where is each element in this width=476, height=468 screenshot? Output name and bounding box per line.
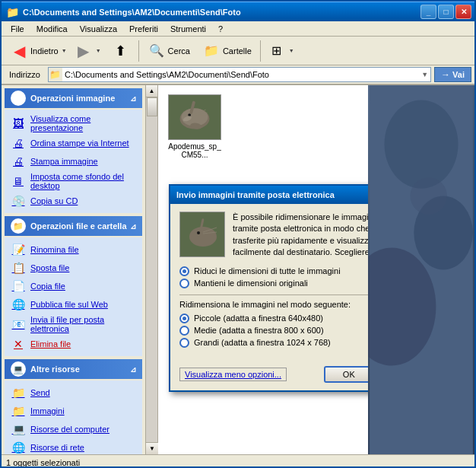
scroll-track: [146, 97, 157, 442]
task-item-slideshow[interactable]: 🖼 Visualizza come presentazione: [5, 113, 142, 134]
close-button[interactable]: ✕: [455, 5, 471, 19]
task-item-desktop[interactable]: 🖥 Imposta come sfondo del desktop: [5, 170, 142, 192]
back-icon: ◀: [10, 42, 28, 60]
svg-point-11: [385, 100, 459, 188]
size3-label: Grandi (adatta a finestra 1024 x 768): [194, 338, 331, 347]
scroll-thumb[interactable]: [147, 97, 157, 116]
dialog-title: Invio immagini tramite posta elettronica: [176, 190, 335, 199]
address-bar: Indirizzo 📁 ▼ → Vai: [2, 65, 474, 85]
option1-label: Riduci le dimensioni di tutte le immagin…: [194, 266, 341, 275]
address-folder-icon: 📁: [49, 68, 62, 81]
section-file-title: Operazioni file e cartella: [30, 221, 127, 231]
task-item-print-internet[interactable]: 🖨 Ordina stampe via Internet: [5, 134, 142, 152]
file-item-mouse[interactable]: Apodemus_sp_CM55...: [164, 91, 225, 162]
task-item-copy[interactable]: 📄 Copia file: [5, 277, 142, 295]
back-label: Indietro: [30, 46, 59, 56]
copy-icon: 📄: [11, 279, 26, 294]
left-panel: 🖼 Operazioni immagine ⊿ 🖼 Visualizza com…: [2, 85, 146, 454]
forward-dropdown-arrow[interactable]: ▼: [96, 48, 101, 53]
task-item-send-folder[interactable]: 📁 Send: [5, 384, 142, 402]
task-item-images-folder[interactable]: 📁 Immagini: [5, 402, 142, 420]
task-section-resources: 💻 Altre risorse ⊿ 📁 Send 📁 Immagini: [5, 359, 142, 454]
collapse-icon-images: ⊿: [130, 94, 136, 103]
search-button[interactable]: 🔍 Cerca: [142, 40, 195, 62]
search-label: Cerca: [168, 46, 190, 56]
task-section-images-header[interactable]: 🖼 Operazioni immagine ⊿: [5, 88, 142, 108]
network-icon: 🌐: [11, 440, 26, 454]
radio-size-circle-2[interactable]: [179, 326, 189, 336]
menu-file[interactable]: File: [5, 23, 30, 35]
svg-point-16: [189, 227, 217, 247]
task-section-file: 📁 Operazioni file e cartella ⊿ 📝 Rinomin…: [5, 216, 142, 356]
separator-2: [260, 40, 261, 62]
show-options-button[interactable]: Visualizza meno opzioni...: [179, 368, 287, 381]
folders-label: Cartelle: [223, 46, 252, 56]
up-icon: ⬆: [112, 42, 130, 60]
ok-button[interactable]: OK: [324, 366, 373, 383]
menu-visualizza[interactable]: Visualizza: [74, 23, 123, 35]
option2-label: Mantieni le dimensioni originali: [194, 279, 308, 288]
view-button[interactable]: ⊞ ▼: [264, 40, 298, 62]
dialog-preview: [179, 212, 225, 257]
address-label: Indirizzo: [5, 70, 45, 79]
delete-icon: ✕: [11, 336, 26, 352]
collapse-icon-file: ⊿: [130, 222, 136, 231]
slideshow-icon: 🖼: [11, 116, 26, 131]
task-section-images: 🖼 Operazioni immagine ⊿ 🖼 Visualizza com…: [5, 88, 142, 213]
desktop-icon: 🖥: [11, 174, 26, 189]
scroll-up-arrow[interactable]: ▲: [146, 85, 157, 97]
background-svg: [368, 85, 474, 454]
task-item-move[interactable]: 📋 Sposta file: [5, 259, 142, 277]
toolbar: ◀ Indietro ▼ ▶ ▼ ⬆ 🔍 Cerca: [2, 37, 474, 65]
forward-button[interactable]: ▶ ▼: [71, 40, 105, 62]
view-icon: ⊞: [268, 42, 286, 60]
separator-1: [138, 40, 139, 62]
back-button[interactable]: ◀ Indietro ▼: [5, 40, 69, 62]
address-dropdown[interactable]: ▼: [419, 71, 430, 78]
mouse-thumbnail-svg: [169, 94, 221, 140]
up-button[interactable]: ⬆: [106, 40, 135, 62]
file-name: Apodemus_sp_CM55...: [167, 142, 222, 159]
task-section-resources-header[interactable]: 💻 Altre risorse ⊿: [5, 359, 142, 379]
task-section-file-body: 📝 Rinomina file 📋 Sposta file 📄 Copia fi…: [5, 237, 142, 356]
move-icon: 📋: [11, 260, 26, 275]
background-area: [368, 85, 474, 454]
address-input-wrapper: 📁 ▼: [48, 67, 431, 82]
task-item-print[interactable]: 🖨 Stampa immagine: [5, 152, 142, 170]
radio-circle-1[interactable]: [179, 266, 189, 276]
search-icon: 🔍: [148, 42, 166, 60]
radio-circle-2[interactable]: [179, 279, 189, 288]
scroll-down-arrow[interactable]: ▼: [146, 442, 158, 454]
menu-strumenti[interactable]: Strumenti: [164, 23, 212, 35]
menu-preferiti[interactable]: Preferiti: [123, 23, 164, 35]
size1-label: Piccole (adatta a finestra 640x480): [194, 314, 323, 323]
menu-modifica[interactable]: Modifica: [30, 23, 74, 35]
section-resources-title: Altre risorse: [30, 365, 80, 374]
task-section-resources-body: 📁 Send 📁 Immagini 💻 Risorse del computer…: [5, 380, 142, 454]
menu-help[interactable]: ?: [212, 23, 229, 35]
cd-icon: 💿: [11, 193, 26, 209]
rename-icon: 📝: [11, 242, 26, 257]
radio-size-circle-1[interactable]: [179, 314, 189, 323]
window-icon: 📁: [6, 6, 19, 18]
radio-size-circle-3[interactable]: [179, 338, 189, 348]
task-item-rename[interactable]: 📝 Rinomina file: [5, 240, 142, 259]
go-button[interactable]: → Vai: [434, 67, 471, 82]
task-item-email[interactable]: 📧 Invia il file per posta elettronica: [5, 314, 142, 335]
task-section-images-body: 🖼 Visualizza come presentazione 🖨 Ordina…: [5, 110, 142, 213]
task-section-file-header[interactable]: 📁 Operazioni file e cartella ⊿: [5, 216, 142, 236]
view-dropdown-arrow[interactable]: ▼: [289, 48, 294, 53]
minimize-button[interactable]: _: [420, 5, 436, 19]
task-item-cd[interactable]: 💿 Copia su CD: [5, 192, 142, 210]
vertical-scrollbar[interactable]: ▲ ▼: [146, 85, 158, 454]
task-item-network[interactable]: 🌐 Risorse di rete: [5, 438, 142, 454]
task-item-delete[interactable]: ✕ Elimina file: [5, 335, 142, 353]
back-dropdown-arrow[interactable]: ▼: [62, 48, 67, 53]
address-input[interactable]: [62, 70, 419, 79]
task-item-web[interactable]: 🌐 Pubblica file sul Web: [5, 295, 142, 314]
print-internet-icon: 🖨: [11, 135, 26, 151]
maximize-button[interactable]: □: [438, 5, 454, 19]
window: 📁 C:\Documents and Settings\AM2\Document…: [0, 0, 476, 468]
task-item-computer[interactable]: 💻 Risorse del computer: [5, 420, 142, 438]
folders-button[interactable]: 📁 Cartelle: [197, 40, 257, 62]
